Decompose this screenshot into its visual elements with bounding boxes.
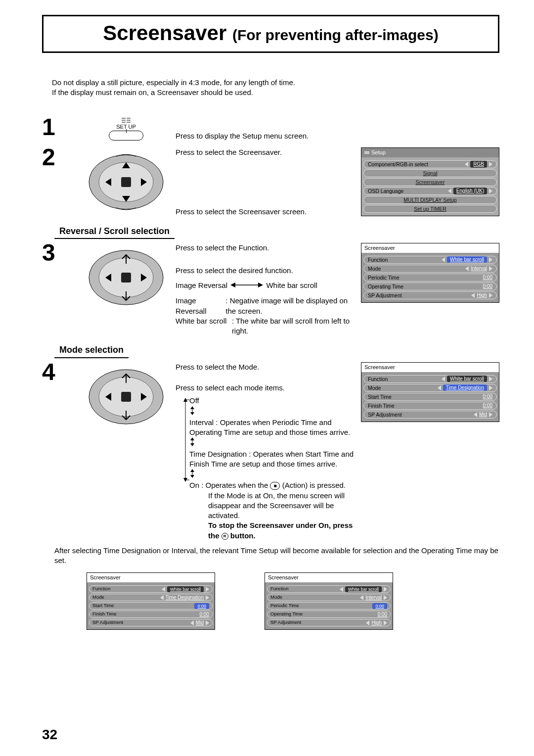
title-main: Screensaver <box>103 21 232 45</box>
osd-bottom-1: Screensaver FunctionWhite bar scroll Mod… <box>87 572 215 630</box>
osd-row-label: Function <box>368 256 388 263</box>
osd-row-val: High <box>371 619 382 626</box>
mode-on-a: On : Operates when the <box>189 481 270 489</box>
step3-text1: Press to select the Function. <box>176 243 356 253</box>
desc-img-rev-text: : Negative image will be displayed on th… <box>225 296 356 316</box>
osd-row-val: Interval <box>365 594 382 601</box>
desc-white-bar-label: White bar scroll <box>176 316 232 336</box>
step1-text: Press to display the Setup menu screen. <box>176 132 309 140</box>
osd-row-label: Component/RGB-in select <box>368 161 428 168</box>
osd-row-osd-lang: OSD Language <box>368 188 403 194</box>
after-selection-text: After selecting Time Designation or Inte… <box>54 546 499 566</box>
svg-marker-20 <box>258 283 263 287</box>
svg-marker-35 <box>190 437 194 440</box>
svg-rect-15 <box>121 273 131 283</box>
mode-on-note: If the Mode is at On, the menu screen wi… <box>189 491 356 521</box>
osd-row-val: 0:00 <box>483 393 492 400</box>
osd-title: Screensaver <box>361 243 499 253</box>
step2-text2: Press to select the Screensaver screen. <box>176 207 356 217</box>
setup-button-diagram: SET UP <box>109 117 143 141</box>
osd-row-label: Function <box>270 586 288 592</box>
svg-marker-39 <box>190 475 194 478</box>
desc-white-bar-text: : The white bar will scroll from left to… <box>232 316 356 336</box>
osd-title: Screensaver <box>361 363 499 372</box>
stop-screensaver-note: To stop the Screensaver under On, press … <box>189 520 356 541</box>
intro-line-1: Do not display a still picture, especial… <box>52 78 499 88</box>
osd-row-val: Interval <box>471 265 487 272</box>
step-number-2: 2 <box>42 145 77 217</box>
step-2: 2 Press to select the Screensaver. Press… <box>42 147 499 217</box>
svg-marker-36 <box>190 443 194 446</box>
step3-text2: Press to select the desired function. <box>176 266 356 276</box>
double-arrow-icon <box>229 281 264 291</box>
osd-row-val: 0:00 <box>372 603 387 609</box>
osd-row-signal: Signal <box>423 170 437 177</box>
page-number: 32 <box>42 725 57 744</box>
osd-row-val: English (UK) <box>453 188 487 194</box>
osd-row-label: Function <box>92 586 110 592</box>
white-bar-scroll-label: White bar scroll <box>266 281 317 289</box>
osd-row-val: Time Designation <box>443 384 487 391</box>
osd-row-multi: MULTI DISPLAY Setup <box>403 196 456 203</box>
osd-setup-menu: Setup Component/RGB-in selectRGB Signal … <box>361 147 499 216</box>
osd-row-label: Start Time <box>92 603 114 609</box>
step-number-3: 3 <box>42 241 77 336</box>
updown-arrow-icon <box>189 437 195 446</box>
osd-row-val: Mid <box>479 411 487 418</box>
osd-row-label: Start Time <box>368 393 392 400</box>
osd-row-val: Time Designation <box>166 594 204 601</box>
title-sub: (For preventing after-images) <box>232 27 439 43</box>
dpad-diagram <box>87 243 166 307</box>
osd-row-label: SP Adjustment <box>368 411 402 418</box>
osd-row-val: White bar scroll <box>345 586 382 592</box>
osd-row-val: Mid <box>196 619 204 626</box>
osd-row-label: Periodic Time <box>368 274 400 281</box>
osd-bottom-2: Screensaver FunctionWhite bar scroll Mod… <box>265 572 393 630</box>
osd-row-label: Mode <box>368 384 381 391</box>
mode-interval: Interval : Operates when Periodic Time a… <box>189 418 356 438</box>
bottom-osd-group: Screensaver FunctionWhite bar scroll Mod… <box>87 572 499 630</box>
desc-img-rev-label: Image Reversall <box>176 296 225 316</box>
osd-row-screensaver: Screensaver <box>416 179 445 186</box>
mode-time-designation: Time Designation : Operates when Start T… <box>189 449 356 470</box>
svg-marker-33 <box>190 412 194 415</box>
osd-row-val: RGB <box>470 161 487 168</box>
mode-off: Off <box>189 396 356 406</box>
step4-text2: Press to select each mode items. <box>176 383 356 393</box>
osd-row-val: 0:00 <box>483 283 492 290</box>
osd-row-label: SP Adjustment <box>368 292 402 299</box>
section-reversal-scroll: Reversal / Scroll selection <box>54 225 175 239</box>
osd-row-val: White bar scroll <box>447 376 487 382</box>
svg-rect-23 <box>121 392 131 402</box>
osd-row-label: Mode <box>92 594 104 601</box>
osd-row-val: 0:00 <box>483 402 492 409</box>
osd-row-label: Operating Time <box>368 283 403 290</box>
step-number-1: 1 <box>42 115 77 142</box>
osd-row-timer: Set up TIMER <box>414 205 446 212</box>
osd-row-val: White bar scroll <box>167 586 204 592</box>
intro-line-2: If the display must remain on, a Screens… <box>52 88 499 97</box>
osd-row-label: Finish Time <box>368 402 395 409</box>
r-button-icon: R <box>222 533 228 540</box>
osd-row-label: Finish Time <box>92 611 117 617</box>
mode-on: On : Operates when the ■ (Action) is pre… <box>189 480 356 490</box>
osd-row-label: SP Adjustment <box>270 619 301 626</box>
osd-title: Screensaver <box>87 573 215 582</box>
mode-on-b: (Action) is pressed. <box>282 481 346 489</box>
osd-row-val: High <box>477 292 487 299</box>
step-number-4: 4 <box>42 360 77 541</box>
page-title-box: Screensaver (For preventing after-images… <box>42 15 499 53</box>
osd-setup-title: Setup <box>371 149 386 156</box>
osd-screensaver-menu-1: Screensaver FunctionWhite bar scroll Mod… <box>361 243 499 303</box>
dpad-diagram <box>87 147 166 212</box>
step-1: 1 SET UP Press to display the Setup menu… <box>42 117 499 142</box>
stop-text-a: To stop the Screensaver under On, press … <box>208 521 353 539</box>
step-3: 3 Press to select the Function. Press to… <box>42 243 499 336</box>
osd-row-val: White bar scroll <box>447 256 487 263</box>
action-button-icon: ■ <box>270 482 280 490</box>
osd-title: Screensaver <box>265 573 393 582</box>
mode-flow-arrow-icon <box>176 398 189 482</box>
osd-screensaver-menu-2: Screensaver FunctionWhite bar scroll Mod… <box>361 362 499 422</box>
osd-row-val: 0:00 <box>200 611 209 618</box>
osd-row-label: Mode <box>368 265 381 272</box>
